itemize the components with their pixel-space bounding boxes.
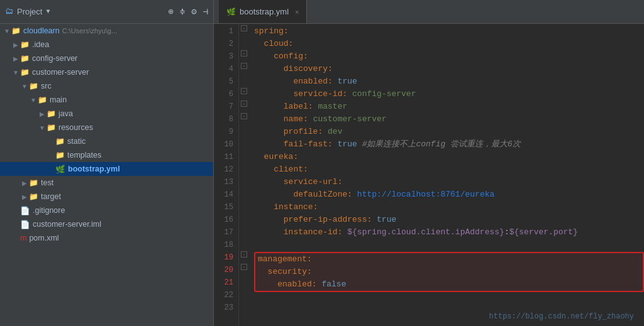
arrow-customer-server	[11, 69, 20, 76]
label-static: static	[67, 137, 86, 146]
sidebar-item-target[interactable]: 📁 target	[0, 190, 213, 204]
code-line-19: management:	[258, 253, 640, 266]
label-idea: .idea	[32, 40, 49, 49]
sidebar-item-bootstrap-yml[interactable]: 🌿 bootstrap.yml	[0, 162, 213, 176]
arrow-config-server	[11, 55, 20, 62]
tab-area: 🌿 bootstrap.yml ×	[214, 0, 644, 23]
code-line-5: enabled: true	[254, 75, 644, 88]
label-resources: resources	[58, 123, 93, 132]
add-icon[interactable]: ⊕	[168, 6, 173, 17]
sidebar-item-config-server[interactable]: 📁 config-server	[0, 52, 213, 65]
sidebar-item-main[interactable]: 📁 main	[0, 93, 213, 107]
code-line-12: client:	[254, 163, 644, 176]
project-header: 🗂 Project ▼ ⊕ ≑ ⚙ ⊣	[0, 0, 214, 23]
code-line-3: config:	[254, 50, 644, 63]
sidebar-item-static[interactable]: 📁 static	[0, 134, 213, 148]
sidebar-item-cloudlearn[interactable]: 📁 cloudlearn C:\Users\zhyu\g...	[0, 24, 213, 38]
code-line-13: service-url:	[254, 176, 644, 188]
gutter: - - - - - - - -	[239, 24, 249, 326]
label-gitignore: .gitignore	[33, 206, 65, 215]
code-content: spring: cloud: config: discovery: enable…	[249, 24, 644, 326]
label-bootstrap-yml: bootstrap.yml	[68, 165, 120, 173]
code-line-20: security:	[258, 266, 640, 278]
sidebar-item-pom-xml[interactable]: m pom.xml	[0, 231, 213, 245]
tab-bootstrap-yml[interactable]: 🌿 bootstrap.yml ×	[219, 0, 307, 23]
top-bar: 🗂 Project ▼ ⊕ ≑ ⚙ ⊣ 🌿 bootstrap.yml ×	[0, 0, 644, 24]
arrow-cloudlearn	[3, 28, 11, 35]
tab-label: bootstrap.yml	[240, 7, 289, 16]
folder-icon-src: 📁	[29, 82, 38, 90]
code-line-4: discovery:	[254, 63, 644, 75]
label-customer-server: customer-server	[32, 68, 89, 77]
settings-icon[interactable]: ⚙	[191, 6, 196, 17]
folder-icon-resources: 📁	[47, 123, 56, 132]
code-line-16: prefer-ip-address: true	[254, 214, 644, 226]
code-line-1: spring:	[254, 25, 644, 38]
folder-icon-config-server: 📁	[20, 54, 30, 63]
folder-icon-test: 📁	[29, 178, 38, 187]
label-config-server: config-server	[32, 54, 77, 63]
arrow-src	[20, 83, 29, 90]
collapse-icon[interactable]: ⊣	[203, 6, 208, 17]
folder-icon-idea: 📁	[20, 40, 30, 49]
file-icon-bootstrap: 🌿	[55, 165, 65, 174]
sidebar-item-resources[interactable]: 📁 resources	[0, 121, 213, 134]
code-line-8: name: customer-server	[254, 113, 644, 126]
tab-close-button[interactable]: ×	[295, 8, 299, 16]
sidebar-item-templates[interactable]: 📁 templates	[0, 148, 213, 162]
code-area: 12345 678910 1112131415 161718 19 20 21 …	[214, 24, 644, 326]
tab-file-icon: 🌿	[226, 8, 236, 16]
sidebar-item-java[interactable]: 📁 java	[0, 107, 213, 121]
sidebar-item-test[interactable]: 📁 test	[0, 176, 213, 190]
folder-icon-templates: 📁	[55, 151, 65, 160]
folder-icon-static: 📁	[55, 137, 65, 146]
code-line-6: service-id: config-server	[254, 88, 644, 101]
label-templates: templates	[67, 151, 101, 160]
code-line-17: instance-id: ${spring.cloud.client.ipAdd…	[254, 226, 644, 239]
code-line-11: eureka:	[254, 151, 644, 163]
arrow-test	[20, 180, 29, 187]
code-line-15: instance:	[254, 201, 644, 214]
file-icon-pom: m	[20, 234, 26, 242]
code-line-2: cloud:	[254, 38, 644, 50]
label-cloudlearn: cloudlearn	[23, 26, 60, 35]
code-line-7: label: master	[254, 101, 644, 113]
label-main: main	[50, 95, 67, 104]
code-line-9: profile: dev	[254, 126, 644, 138]
label-pom-xml: pom.xml	[29, 234, 58, 242]
folder-icon: 🗂	[5, 7, 13, 16]
arrow-resources	[38, 124, 47, 131]
toolbar-icons: ⊕ ≑ ⚙ ⊣	[168, 6, 208, 17]
label-java: java	[58, 109, 73, 118]
code-line-21: enabled: false	[258, 278, 640, 291]
label-test: test	[41, 178, 53, 187]
arrow-idea	[11, 41, 20, 48]
sidebar-item-customer-iml[interactable]: 📄 customer-server.iml	[0, 217, 213, 231]
watermark: https://blog.csdn.net/fly_zhaohy	[489, 312, 634, 321]
main-layout: 📁 cloudlearn C:\Users\zhyu\g... 📁 .idea …	[0, 24, 644, 326]
sidebar-item-idea[interactable]: 📁 .idea	[0, 38, 213, 52]
file-icon-gitignore: 📄	[20, 206, 30, 215]
editor-area: 12345 678910 1112131415 161718 19 20 21 …	[214, 24, 644, 326]
layout-icon[interactable]: ≑	[180, 6, 185, 17]
sidebar-item-gitignore[interactable]: 📄 .gitignore	[0, 204, 213, 217]
project-label: Project	[17, 7, 42, 16]
label-src: src	[41, 82, 52, 90]
arrow-java	[38, 111, 47, 117]
arrow-main	[29, 97, 38, 104]
highlighted-block: management: security: enabled: false	[254, 252, 644, 292]
sidebar-item-customer-server[interactable]: 📁 customer-server	[0, 65, 213, 79]
code-line-18	[254, 239, 644, 251]
file-icon-iml: 📄	[20, 220, 30, 229]
folder-icon-java: 📁	[47, 109, 56, 118]
sidebar-item-src[interactable]: 📁 src	[0, 79, 213, 93]
folder-icon-target: 📁	[29, 192, 38, 201]
line-numbers: 12345 678910 1112131415 161718 19 20 21 …	[214, 24, 239, 326]
arrow-target	[20, 193, 29, 200]
code-line-14: defaultZone: http://localhost:8761/eurek…	[254, 188, 644, 201]
dropdown-icon[interactable]: ▼	[46, 8, 50, 15]
code-line-10: fail-fast: true #如果连接不上config 尝试重连，最大6次	[254, 138, 644, 151]
label-target: target	[41, 192, 61, 201]
folder-icon-main: 📁	[38, 95, 47, 104]
path-cloudlearn: C:\Users\zhyu\g...	[62, 27, 117, 35]
